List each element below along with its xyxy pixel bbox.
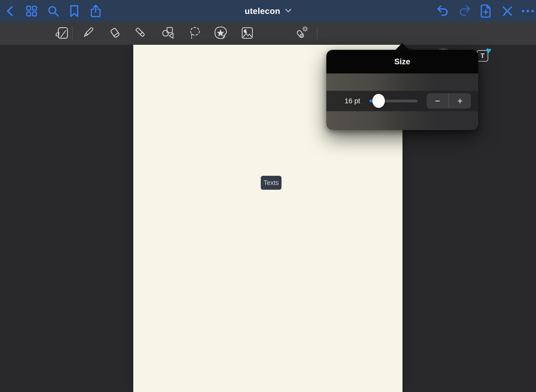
lasso-icon (188, 26, 202, 41)
search-icon (47, 5, 60, 18)
laser-pointer-button[interactable] (294, 26, 308, 41)
bookmark-button[interactable] (67, 4, 81, 18)
size-slider[interactable] (369, 91, 418, 111)
more-button[interactable] (521, 4, 535, 18)
more-ellipsis-icon (521, 9, 535, 13)
tool-bar: a (0, 22, 536, 45)
size-slider-row: 16 pt − + (326, 91, 478, 111)
stickers-tool-button[interactable] (213, 26, 228, 41)
stickers-icon (214, 26, 228, 41)
image-tool-button[interactable] (240, 26, 255, 41)
document-title-button[interactable]: utelecon (245, 6, 291, 16)
heart-icon: ♥ (485, 46, 492, 56)
redo-icon (458, 5, 471, 17)
text-object[interactable]: Texts (261, 176, 281, 190)
popover-arrow (395, 43, 409, 50)
increase-size-button[interactable]: + (449, 93, 471, 109)
eraser-tool-button[interactable] (107, 26, 122, 41)
undo-icon (436, 5, 449, 17)
toolbar-separator (72, 26, 73, 40)
popover-blur-row-bottom (326, 111, 478, 130)
bookmark-icon (69, 4, 80, 18)
stylus-toggle-button[interactable] (501, 4, 514, 18)
laser-pointer-icon (294, 26, 308, 41)
shapes-icon (160, 26, 175, 41)
top-navigation-bar: utelecon (0, 0, 536, 22)
svg-text:a: a (55, 29, 60, 38)
back-icon (5, 4, 15, 18)
reading-mode-button[interactable]: a (54, 26, 69, 41)
size-popover-title: Size (394, 57, 410, 66)
redo-button[interactable] (458, 4, 471, 18)
highlighter-icon (133, 26, 148, 41)
size-value-label: 16 pt (341, 91, 364, 111)
slider-thumb[interactable] (372, 94, 385, 108)
eraser-icon (107, 26, 122, 41)
size-popover: Size 16 pt − + (326, 50, 478, 130)
favorite-style-T-glyph: T (481, 53, 485, 59)
undo-button[interactable] (436, 4, 450, 18)
add-page-icon (480, 4, 491, 18)
reading-mode-icon: a (54, 26, 69, 41)
image-icon (240, 26, 254, 41)
pen-tool-button[interactable] (80, 26, 95, 41)
size-stepper: − + (427, 93, 471, 109)
plus-icon: + (457, 96, 462, 106)
search-button[interactable] (47, 4, 60, 18)
decrease-size-button[interactable]: − (427, 93, 449, 109)
popover-blur-row-top (326, 73, 478, 91)
add-page-button[interactable] (479, 4, 493, 18)
text-object-label: Texts (263, 179, 279, 187)
share-icon (90, 4, 102, 18)
minus-icon: − (435, 96, 440, 106)
document-title: utelecon (245, 6, 280, 16)
shapes-tool-button[interactable] (160, 26, 175, 41)
lasso-tool-button[interactable] (188, 26, 202, 41)
app-window: utelecon (0, 0, 536, 392)
back-button[interactable] (3, 4, 17, 18)
toolbar-separator (317, 26, 317, 40)
highlighter-tool-button[interactable] (133, 26, 148, 41)
favorite-text-style-button[interactable]: T ♥ (477, 50, 488, 62)
title-chevron-down-icon (285, 8, 291, 14)
pen-icon (80, 26, 95, 41)
thumbnails-grid-icon (25, 5, 38, 17)
thumbnails-button[interactable] (25, 4, 38, 18)
stylus-cross-icon (501, 5, 514, 18)
size-popover-header: Size (326, 50, 478, 73)
share-button[interactable] (89, 4, 102, 18)
